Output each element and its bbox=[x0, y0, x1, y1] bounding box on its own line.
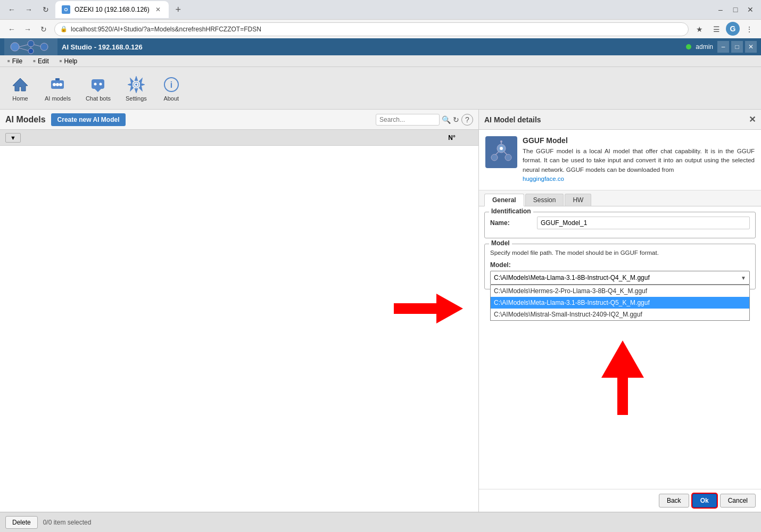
svg-marker-8 bbox=[13, 78, 28, 91]
svg-point-24 bbox=[491, 154, 498, 161]
ai-models-icon bbox=[48, 75, 67, 94]
nav-back-btn[interactable]: ← bbox=[4, 22, 19, 37]
column-dropdown-btn[interactable]: ▼ bbox=[5, 133, 21, 143]
extensions-btn[interactable]: ☰ bbox=[709, 22, 724, 37]
browser-tab[interactable]: O OZEKI 10 (192.168.0.126) ✕ bbox=[55, 1, 169, 18]
more-btn[interactable]: ⋮ bbox=[742, 22, 757, 37]
nav-actions: ★ ☰ G ⋮ bbox=[692, 22, 757, 37]
cancel-button[interactable]: Cancel bbox=[720, 494, 756, 508]
close-details-btn[interactable]: ✕ bbox=[749, 114, 756, 124]
menu-edit[interactable]: ■Edit bbox=[28, 56, 54, 66]
details-panel: AI Model details ✕ bbox=[479, 110, 761, 512]
svg-line-5 bbox=[34, 45, 40, 46]
bottom-bar: Delete 0/0 item selected bbox=[0, 512, 761, 532]
table-header: ▼ N° bbox=[0, 130, 478, 146]
svg-point-28 bbox=[500, 147, 503, 150]
panel-title: AI Models bbox=[5, 115, 46, 124]
address-bar[interactable]: 🔒 localhost:9520/AI+Studio/?a=Models&ncr… bbox=[54, 22, 689, 36]
details-header: AI Model details ✕ bbox=[479, 110, 761, 130]
tab-session[interactable]: Session bbox=[525, 194, 564, 206]
svg-point-11 bbox=[56, 83, 59, 86]
tab-hw[interactable]: HW bbox=[565, 194, 591, 206]
svg-point-25 bbox=[505, 154, 511, 161]
app-maximize-btn[interactable]: □ bbox=[731, 41, 743, 53]
tab-close-btn[interactable]: ✕ bbox=[154, 5, 162, 14]
details-title: AI Model details bbox=[484, 115, 541, 124]
ai-models-panel: AI Models Create new AI Model 🔍 ↻ ? ▼ N° bbox=[0, 110, 479, 512]
model-field-label: Model: bbox=[490, 261, 750, 269]
svg-point-30 bbox=[500, 140, 502, 143]
col-n-header: N° bbox=[431, 134, 473, 142]
new-tab-btn[interactable]: + bbox=[171, 2, 186, 17]
help-button[interactable]: ? bbox=[461, 114, 473, 126]
app-main: AI Models Create new AI Model 🔍 ↻ ? ▼ N° bbox=[0, 110, 761, 512]
app-close-btn[interactable]: ✕ bbox=[745, 41, 757, 53]
menu-help[interactable]: ■Help bbox=[54, 56, 83, 66]
table-body bbox=[0, 146, 478, 512]
win-close-btn[interactable]: ✕ bbox=[744, 3, 757, 16]
browser-refresh-btn[interactable]: ↻ bbox=[38, 2, 53, 17]
model-icon bbox=[485, 136, 517, 168]
search-input[interactable] bbox=[376, 114, 440, 126]
col-dropdown: ▼ bbox=[5, 133, 112, 143]
name-row: Name: bbox=[490, 217, 750, 229]
toolbar-home[interactable]: Home bbox=[4, 73, 36, 104]
svg-point-16 bbox=[100, 82, 102, 85]
menu-file[interactable]: ■File bbox=[2, 56, 28, 66]
model-link[interactable]: huggingface.co bbox=[523, 176, 564, 182]
svg-rect-13 bbox=[55, 78, 60, 80]
model-section: Model Specify model file path. The model… bbox=[484, 244, 756, 289]
name-input[interactable] bbox=[537, 217, 750, 229]
search-button[interactable]: 🔍 bbox=[442, 115, 451, 124]
dropdown-option-hermes[interactable]: C:\AIModels\Hermes-2-Pro-Llama-3-8B-Q4_K… bbox=[491, 285, 749, 297]
tabs-bar: General Session HW bbox=[479, 190, 761, 206]
model-description: The GGUF model is a local AI model that … bbox=[523, 147, 755, 184]
dropdown-option-mistral[interactable]: C:\AIModels\Mistral-Small-Instruct-2409-… bbox=[491, 309, 749, 320]
svg-point-15 bbox=[94, 82, 97, 85]
nav-arrows: ← → ↻ bbox=[4, 22, 51, 37]
toolbar-chat-bots[interactable]: Chat bots bbox=[79, 73, 117, 104]
about-icon: i bbox=[162, 75, 181, 94]
svg-line-26 bbox=[495, 152, 499, 155]
toolbar-about[interactable]: i About bbox=[155, 73, 187, 104]
tab-title: OZEKI 10 (192.168.0.126) bbox=[75, 6, 150, 13]
profile-btn[interactable]: G bbox=[726, 22, 740, 36]
ok-button[interactable]: Ok bbox=[692, 494, 717, 508]
refresh-button[interactable]: ↻ bbox=[453, 115, 459, 124]
model-dropdown[interactable]: C:\AIModels\Meta-Llama-3.1-8B-Instruct-Q… bbox=[490, 271, 750, 285]
dropdown-arrow-icon: ▼ bbox=[741, 275, 746, 281]
identification-section: Identification Name: bbox=[484, 212, 756, 238]
browser-back-btn[interactable]: ← bbox=[4, 2, 19, 17]
win-minimize-btn[interactable]: – bbox=[714, 3, 727, 16]
back-button[interactable]: Back bbox=[659, 494, 689, 508]
app-minimize-btn[interactable]: – bbox=[717, 41, 729, 53]
bookmark-btn[interactable]: ★ bbox=[692, 22, 707, 37]
dropdown-selected-value: C:\AIModels\Meta-Llama-3.1-8B-Instruct-Q… bbox=[494, 274, 650, 281]
create-new-ai-model-button[interactable]: Create new AI Model bbox=[51, 113, 126, 126]
toolbar-ai-models[interactable]: AI models bbox=[38, 73, 77, 104]
svg-point-2 bbox=[40, 43, 48, 51]
tab-favicon: O bbox=[62, 5, 70, 14]
browser-chrome: ← → ↻ O OZEKI 10 (192.168.0.126) ✕ + – □… bbox=[0, 0, 761, 38]
form-content: Identification Name: Model Specify model… bbox=[479, 206, 761, 489]
delete-button[interactable]: Delete bbox=[5, 516, 38, 529]
app-titlebar: AI Studio - 192.168.0.126 admin – □ ✕ bbox=[0, 38, 761, 55]
svg-text:i: i bbox=[170, 80, 172, 89]
nav-forward-btn[interactable]: → bbox=[20, 22, 35, 37]
menu-edit-label: Edit bbox=[38, 57, 49, 65]
search-box: 🔍 ↻ ? bbox=[376, 114, 473, 126]
svg-point-10 bbox=[53, 83, 56, 86]
browser-forward-btn[interactable]: → bbox=[21, 2, 36, 17]
model-type-title: GGUF Model bbox=[523, 136, 755, 145]
model-section-legend: Model bbox=[489, 239, 512, 247]
tab-general[interactable]: General bbox=[484, 194, 524, 206]
app-menubar: ■File ■Edit ■Help bbox=[0, 55, 761, 67]
svg-point-0 bbox=[11, 43, 19, 51]
app-toolbar: Home AI models Chat bots Settings i Abou… bbox=[0, 67, 761, 110]
toolbar-settings[interactable]: Settings bbox=[119, 73, 153, 104]
win-maximize-btn[interactable]: □ bbox=[729, 3, 742, 16]
dropdown-list: C:\AIModels\Hermes-2-Pro-Llama-3-8B-Q4_K… bbox=[490, 285, 750, 321]
toolbar-ai-models-label: AI models bbox=[45, 95, 71, 102]
nav-reload-btn[interactable]: ↻ bbox=[36, 22, 51, 37]
dropdown-option-metalllama-q5[interactable]: C:\AIModels\Meta-Llama-3.1-8B-Instruct-Q… bbox=[491, 297, 749, 309]
